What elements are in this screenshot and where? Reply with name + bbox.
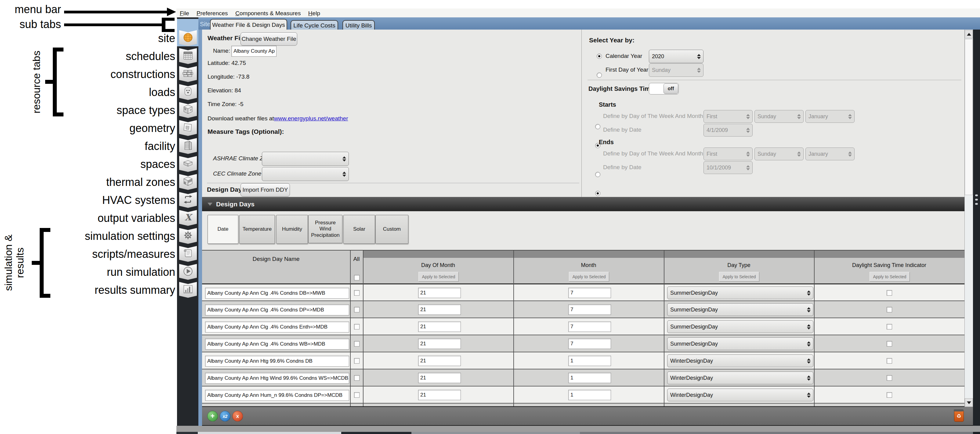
day-of-month-input[interactable]: 21 <box>418 304 461 315</box>
sidebar-tab-output-variables[interactable]: X <box>179 210 197 226</box>
calendar-year-select[interactable]: 2020 <box>649 50 703 63</box>
month-input[interactable]: 7 <box>568 304 611 315</box>
sidebar-tab-schedules[interactable] <box>179 48 197 64</box>
design-day-name-input[interactable]: Albany County Ap Ann Clg .4% Condns DP=>… <box>205 304 349 315</box>
day-type-select[interactable]: WinterDesignDay <box>667 372 813 384</box>
change-weather-file-button[interactable]: Change Weather File <box>240 32 297 46</box>
tab-utility-bills[interactable]: Utility Bills <box>342 20 375 30</box>
row-select-checkbox[interactable] <box>354 290 360 296</box>
starts-week-order-select[interactable]: First <box>703 110 752 123</box>
sidebar-tab-scripts-measures[interactable] <box>179 246 197 262</box>
row-select-checkbox[interactable] <box>354 392 360 398</box>
ends-week-order-select[interactable]: First <box>703 147 752 160</box>
day-type-select[interactable]: SummerDesignDay <box>667 303 813 316</box>
sidebar-tab-results-summary[interactable] <box>179 282 197 298</box>
scrollbar-thumb[interactable] <box>965 39 973 195</box>
scroll-up-button[interactable] <box>965 30 973 38</box>
day-of-month-input[interactable]: 21 <box>418 373 461 383</box>
sidebar-tab-site[interactable] <box>179 30 197 46</box>
subtab-solar[interactable]: Solar <box>344 215 375 244</box>
day-type-select[interactable]: WinterDesignDay <box>667 355 813 367</box>
right-drawer-strip[interactable] <box>973 30 980 434</box>
subtab-temperature[interactable]: Temperature <box>239 215 275 244</box>
design-day-name-input[interactable]: Albany County Ap Ann Clg .4% Condns WB=>… <box>205 339 349 350</box>
recycle-trash-icon[interactable]: ♻ <box>954 410 964 422</box>
cec-climate-zone-select[interactable] <box>262 167 349 181</box>
delete-design-day-button[interactable]: x <box>232 411 243 421</box>
day-of-month-input[interactable]: 21 <box>418 339 461 349</box>
day-type-select[interactable]: SummerDesignDay <box>667 320 813 333</box>
sidebar-tab-hvac-systems[interactable] <box>179 192 197 208</box>
ends-define-date-radio[interactable] <box>595 191 600 196</box>
menu-components-measures[interactable]: Components & Measures <box>232 8 304 17</box>
menu-preferences[interactable]: Preferences <box>194 8 231 17</box>
design-day-name-input[interactable]: Albany County Ap Ann Hum_n 99.6% Condns … <box>205 390 349 401</box>
day-of-month-input[interactable]: 21 <box>418 356 461 366</box>
day-type-select[interactable]: SummerDesignDay <box>667 287 813 299</box>
sidebar-tab-run-simulation[interactable] <box>179 264 197 280</box>
dst-indicator-checkbox[interactable] <box>887 290 892 296</box>
duplicate-design-day-button[interactable]: x2 <box>220 411 231 421</box>
subtab-custom[interactable]: Custom <box>375 215 408 244</box>
sidebar-tab-geometry[interactable] <box>179 120 197 136</box>
subtab-pressure-wind-precipitation[interactable]: Pressure Wind Precipitation <box>308 215 342 243</box>
month-input[interactable]: 1 <box>568 390 611 400</box>
day-of-month-input[interactable]: 21 <box>418 390 461 400</box>
dst-indicator-checkbox[interactable] <box>887 341 892 347</box>
starts-date-select[interactable]: 4/1/2009 <box>703 124 752 136</box>
ashrae-climate-zone-select[interactable] <box>262 152 349 166</box>
energyplus-weather-link[interactable]: www.energyplus.net/weather <box>274 115 348 122</box>
menu-help[interactable]: Help <box>305 8 323 17</box>
subtab-humidity[interactable]: Humidity <box>276 215 308 244</box>
design-day-name-input[interactable]: Albany County Ap Ann Clg .4% Condns Enth… <box>205 322 349 333</box>
sidebar-tab-constructions[interactable] <box>179 66 197 82</box>
day-of-month-input[interactable]: 21 <box>418 288 461 298</box>
dst-indicator-checkbox[interactable] <box>887 375 892 381</box>
row-select-checkbox[interactable] <box>354 358 360 364</box>
tab-life-cycle-costs[interactable]: Life Cycle Costs <box>291 20 338 30</box>
starts-week-month-select[interactable]: January <box>805 110 854 123</box>
ends-date-select[interactable]: 10/1/2009 <box>703 161 752 174</box>
day-of-month-input[interactable]: 21 <box>418 322 461 332</box>
sidebar-tab-space-types[interactable] <box>179 102 197 118</box>
apply-to-selected-dst-button[interactable]: Apply to Selected <box>870 272 910 282</box>
month-input[interactable]: 7 <box>568 339 611 349</box>
sidebar-tab-simulation-settings[interactable] <box>179 228 197 244</box>
starts-week-day-select[interactable]: Sunday <box>754 110 803 123</box>
row-select-checkbox[interactable] <box>354 341 360 347</box>
row-select-checkbox[interactable] <box>354 307 360 312</box>
month-input[interactable]: 1 <box>568 356 611 366</box>
apply-to-selected-day-button[interactable]: Apply to Selected <box>418 272 459 282</box>
first-day-of-year-radio[interactable] <box>597 73 602 78</box>
dst-indicator-checkbox[interactable] <box>887 324 892 329</box>
first-day-of-year-select[interactable]: Sunday <box>649 63 703 77</box>
add-design-day-button[interactable]: + <box>207 411 218 421</box>
design-days-panel-header[interactable]: Design Days <box>202 197 973 211</box>
day-type-select[interactable]: WinterDesignDay <box>667 389 813 401</box>
apply-to-selected-daytype-button[interactable]: Apply to Selected <box>719 272 759 282</box>
design-day-name-input[interactable]: Albany County Ap Ann Htg Wind 99.6% Cond… <box>205 373 349 384</box>
subtab-date[interactable]: Date <box>208 215 239 244</box>
ends-week-day-select[interactable]: Sunday <box>754 147 803 160</box>
import-from-ddy-button[interactable]: Import From DDY <box>240 183 290 196</box>
apply-to-selected-month-button[interactable]: Apply to Selected <box>569 272 609 282</box>
month-input[interactable]: 1 <box>568 373 611 383</box>
design-day-name-input[interactable]: Albany County Ap Ann Clg .4% Condns DB=>… <box>205 288 349 299</box>
ends-week-month-select[interactable]: January <box>805 147 854 160</box>
tab-weather-file-design-days[interactable]: Weather File & Design Days <box>210 19 287 30</box>
starts-define-week-radio[interactable] <box>595 124 600 129</box>
sidebar-tab-spaces[interactable] <box>179 156 197 172</box>
calendar-year-radio[interactable] <box>597 54 602 59</box>
dst-indicator-checkbox[interactable] <box>887 307 892 312</box>
row-select-checkbox[interactable] <box>354 324 360 329</box>
sidebar-tab-facility[interactable] <box>179 138 197 154</box>
dst-indicator-checkbox[interactable] <box>887 358 892 364</box>
daylight-savings-toggle[interactable]: off <box>649 83 679 95</box>
row-select-checkbox[interactable] <box>354 375 360 381</box>
sidebar-tab-loads[interactable] <box>179 84 197 100</box>
menu-file[interactable]: File <box>177 8 192 17</box>
month-input[interactable]: 7 <box>568 322 611 332</box>
scroll-down-button[interactable] <box>965 398 973 407</box>
weather-name-input[interactable]: Albany County Ap <box>231 46 277 57</box>
day-type-select[interactable]: SummerDesignDay <box>667 337 813 350</box>
